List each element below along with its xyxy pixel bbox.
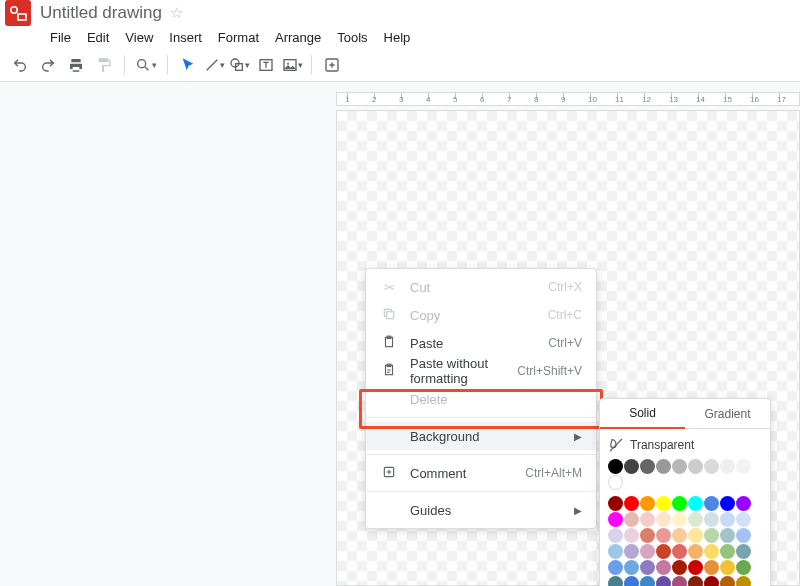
color-swatch[interactable] [672,528,687,543]
swatches-grays [608,459,762,490]
color-swatch[interactable] [672,576,687,586]
color-swatch[interactable] [656,512,671,527]
menu-file[interactable]: File [42,28,79,47]
workspace: 1234567891011121314151617 ✂ Cut Ctrl+X C… [0,82,800,586]
color-swatch[interactable] [656,576,671,586]
color-swatch[interactable] [672,560,687,575]
color-swatch[interactable] [608,528,623,543]
ctx-paste[interactable]: Paste Ctrl+V [366,329,596,357]
color-swatch[interactable] [688,576,703,586]
color-swatch[interactable] [624,528,639,543]
color-swatch[interactable] [640,459,655,474]
image-tool[interactable]: ▾ [282,53,303,77]
insert-more-button[interactable] [320,53,344,77]
ctx-cut-shortcut: Ctrl+X [548,280,582,294]
color-swatch[interactable] [640,496,655,511]
color-swatch[interactable] [720,496,735,511]
color-swatch[interactable] [720,459,735,474]
color-swatch[interactable] [688,544,703,559]
color-swatch[interactable] [624,496,639,511]
color-swatch[interactable] [624,459,639,474]
color-swatch[interactable] [720,560,735,575]
color-swatch[interactable] [608,512,623,527]
tab-solid[interactable]: Solid [600,399,685,429]
color-swatch[interactable] [736,560,751,575]
tab-gradient[interactable]: Gradient [685,399,770,429]
color-swatch[interactable] [640,528,655,543]
redo-button[interactable] [36,53,60,77]
color-swatch[interactable] [672,512,687,527]
color-swatch[interactable] [688,459,703,474]
color-swatch[interactable] [688,496,703,511]
ctx-paste-without-formatting[interactable]: Paste without formatting Ctrl+Shift+V [366,357,596,385]
color-swatch[interactable] [640,560,655,575]
color-swatch[interactable] [736,459,751,474]
color-swatch[interactable] [608,459,623,474]
menu-view[interactable]: View [117,28,161,47]
color-swatch[interactable] [720,528,735,543]
menu-arrange[interactable]: Arrange [267,28,329,47]
color-swatch[interactable] [704,496,719,511]
color-swatch[interactable] [736,496,751,511]
color-swatch[interactable] [640,576,655,586]
color-swatch[interactable] [704,528,719,543]
color-swatch[interactable] [704,544,719,559]
color-swatch[interactable] [672,544,687,559]
color-swatch[interactable] [608,475,623,490]
color-swatch[interactable] [656,544,671,559]
undo-button[interactable] [8,53,32,77]
copy-icon [380,307,398,324]
color-swatch[interactable] [608,544,623,559]
shape-tool[interactable]: ▾ [229,53,250,77]
transparent-row[interactable]: Transparent [608,437,762,453]
color-swatch[interactable] [736,528,751,543]
color-swatch[interactable] [624,544,639,559]
color-swatch[interactable] [608,560,623,575]
color-swatch[interactable] [608,576,623,586]
color-swatch[interactable] [688,528,703,543]
color-swatch[interactable] [624,576,639,586]
color-swatch[interactable] [656,528,671,543]
ctx-paste-shortcut: Ctrl+V [548,336,582,350]
color-swatch[interactable] [736,512,751,527]
line-tool[interactable]: ▾ [204,53,225,77]
ctx-background[interactable]: Background ▶ [366,422,596,450]
color-swatch[interactable] [704,512,719,527]
color-swatch[interactable] [704,576,719,586]
menu-insert[interactable]: Insert [161,28,210,47]
color-swatch[interactable] [640,544,655,559]
color-swatch[interactable] [704,459,719,474]
menu-format[interactable]: Format [210,28,267,47]
ctx-comment[interactable]: Comment Ctrl+Alt+M [366,459,596,487]
color-swatch[interactable] [736,544,751,559]
color-swatch[interactable] [736,576,751,586]
textbox-tool[interactable] [254,53,278,77]
color-swatch[interactable] [624,560,639,575]
color-swatch[interactable] [720,576,735,586]
print-button[interactable] [64,53,88,77]
color-swatch[interactable] [656,496,671,511]
color-swatch[interactable] [656,459,671,474]
color-swatch[interactable] [688,560,703,575]
color-swatch[interactable] [720,512,735,527]
color-swatch[interactable] [640,512,655,527]
ctx-copy-shortcut: Ctrl+C [548,308,582,322]
star-icon[interactable]: ☆ [170,4,183,22]
zoom-button[interactable]: ▾ [133,53,159,77]
color-swatch[interactable] [688,512,703,527]
color-swatch[interactable] [656,560,671,575]
select-tool[interactable] [176,53,200,77]
paint-format-button[interactable] [92,53,116,77]
menu-edit[interactable]: Edit [79,28,117,47]
ctx-background-label: Background [410,429,574,444]
color-swatch[interactable] [624,512,639,527]
ctx-guides[interactable]: Guides ▶ [366,496,596,524]
color-swatch[interactable] [720,544,735,559]
color-swatch[interactable] [608,496,623,511]
menu-help[interactable]: Help [376,28,419,47]
document-title[interactable]: Untitled drawing [40,3,162,23]
color-swatch[interactable] [672,496,687,511]
color-swatch[interactable] [672,459,687,474]
color-swatch[interactable] [704,560,719,575]
menu-tools[interactable]: Tools [329,28,375,47]
